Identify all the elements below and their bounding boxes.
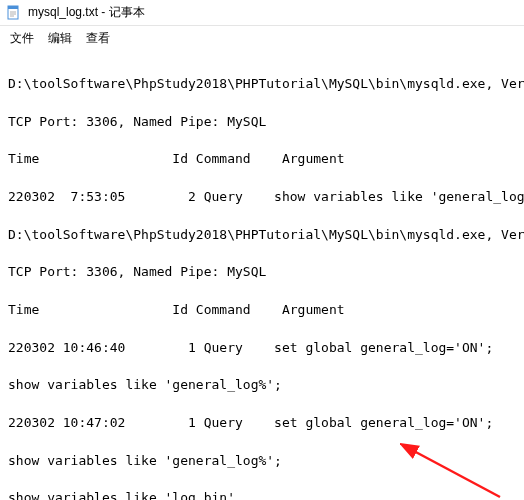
log-line: show variables like 'general_log%';	[8, 452, 516, 471]
log-header: Time Id Command Argument	[8, 150, 516, 169]
log-line: 220302 10:46:40 1 Query set global gener…	[8, 339, 516, 358]
menubar: 文件 编辑 查看	[0, 26, 524, 50]
log-line: D:\toolSoftware\PhpStudy2018\PHPTutorial…	[8, 75, 516, 94]
log-line: 220302 10:47:02 1 Query set global gener…	[8, 414, 516, 433]
menu-file[interactable]: 文件	[10, 30, 34, 47]
log-line: TCP Port: 3306, Named Pipe: MySQL	[8, 263, 516, 282]
window-title: mysql_log.txt - 记事本	[28, 4, 145, 21]
log-header: Time Id Command Argument	[8, 301, 516, 320]
text-content[interactable]: D:\toolSoftware\PhpStudy2018\PHPTutorial…	[0, 50, 524, 500]
log-line: show variables like 'log_bin'	[8, 489, 516, 500]
log-line: 220302 7:53:05 2 Query show variables li…	[8, 188, 516, 207]
window-titlebar: mysql_log.txt - 记事本	[0, 0, 524, 26]
log-line: TCP Port: 3306, Named Pipe: MySQL	[8, 113, 516, 132]
log-line: show variables like 'general_log%';	[8, 376, 516, 395]
notepad-icon	[6, 5, 22, 21]
svg-rect-1	[8, 6, 18, 9]
log-line: D:\toolSoftware\PhpStudy2018\PHPTutorial…	[8, 226, 516, 245]
menu-edit[interactable]: 编辑	[48, 30, 72, 47]
menu-view[interactable]: 查看	[86, 30, 110, 47]
